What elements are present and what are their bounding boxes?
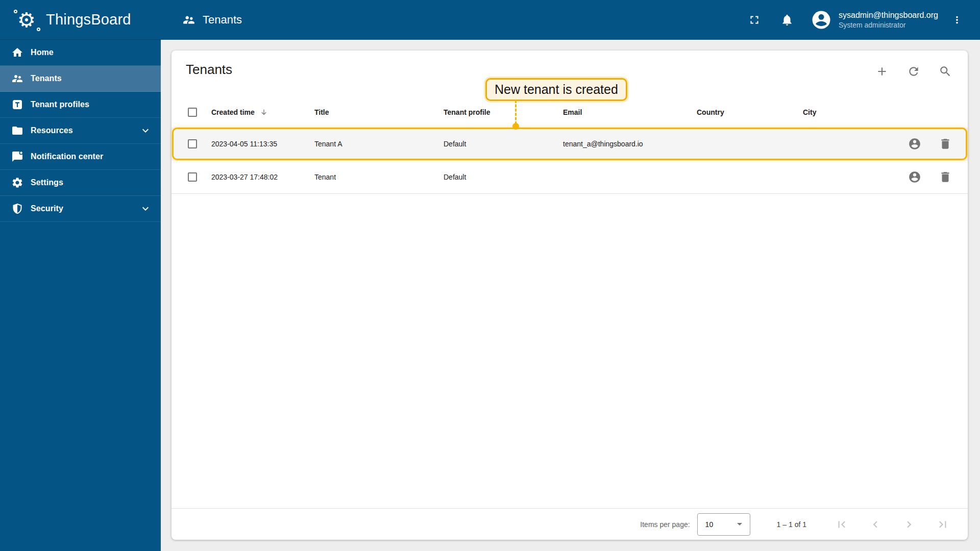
header-title[interactable]: Title xyxy=(314,108,444,116)
refresh-icon xyxy=(907,65,920,78)
manage-users-icon xyxy=(908,170,921,184)
manage-tenant-admins-button[interactable] xyxy=(908,137,921,151)
people-icon xyxy=(11,72,23,85)
sidebar-item-home[interactable]: Home xyxy=(0,40,161,66)
cell-email: tenant_a@thingsboard.io xyxy=(563,140,697,148)
fullscreen-icon xyxy=(748,13,761,27)
card-toolbar xyxy=(875,65,952,78)
next-page-button[interactable] xyxy=(902,518,916,531)
thingsboard-gear-icon: ⚙ xyxy=(14,6,41,34)
home-icon xyxy=(11,46,23,59)
app-logo[interactable]: ⚙ ThingsBoard xyxy=(0,0,161,40)
tenants-table: Created time Title Tenant profile Email … xyxy=(172,97,968,194)
delete-tenant-button[interactable] xyxy=(939,170,952,184)
content-area: Tenants Created time xyxy=(161,40,980,551)
chevron-down-icon[interactable] xyxy=(139,124,152,137)
more-menu-button[interactable] xyxy=(951,14,963,26)
row-checkbox[interactable] xyxy=(188,172,197,182)
pager-nav xyxy=(835,518,949,531)
sidebar-item-tenants[interactable]: Tenants xyxy=(0,66,161,92)
delete-icon xyxy=(939,137,952,151)
gear-icon xyxy=(11,177,23,189)
tenant-profile-icon xyxy=(11,98,23,111)
user-info: sysadmin@thingsboard.org System administ… xyxy=(839,10,938,30)
folder-icon xyxy=(11,124,23,137)
sidebar-item-resources[interactable]: Resources xyxy=(0,118,161,144)
topbar-actions: sysadmin@thingsboard.org System administ… xyxy=(748,10,963,30)
cell-created-time: 2023-04-05 11:13:35 xyxy=(211,140,314,148)
first-page-icon xyxy=(835,518,848,531)
sidebar-item-notification-center[interactable]: Notification center xyxy=(0,144,161,170)
notifications-button[interactable] xyxy=(780,13,794,27)
page-range: 1 – 1 of 1 xyxy=(777,520,806,529)
cell-tenant-profile: Default xyxy=(444,140,563,148)
topbar: Tenants sysadmin@thingsboard.org System … xyxy=(161,0,980,40)
delete-icon xyxy=(939,170,952,184)
prev-page-button[interactable] xyxy=(869,518,882,531)
user-role: System administrator xyxy=(839,20,938,30)
header-tenant-profile[interactable]: Tenant profile xyxy=(444,108,563,116)
annotation-callout: New tenant is created xyxy=(485,78,627,101)
table-row-tenant[interactable]: 2023-03-27 17:48:02 Tenant Default xyxy=(172,161,968,194)
items-per-page-value: 10 xyxy=(705,520,714,529)
fullscreen-button[interactable] xyxy=(748,13,761,27)
chevron-down-icon[interactable] xyxy=(139,203,152,215)
header-created-time[interactable]: Created time xyxy=(211,108,314,116)
last-page-icon xyxy=(936,518,949,531)
sidebar-item-settings[interactable]: Settings xyxy=(0,170,161,196)
annotation-connector-line xyxy=(515,100,517,124)
breadcrumb-label: Tenants xyxy=(203,13,242,27)
table-row-tenant-a[interactable]: 2023-04-05 11:13:35 Tenant A Default ten… xyxy=(172,128,968,161)
sidebar-item-tenant-profiles[interactable]: Tenant profiles xyxy=(0,92,161,118)
app-title: ThingsBoard xyxy=(46,11,131,28)
next-page-icon xyxy=(902,518,916,531)
row-checkbox[interactable] xyxy=(188,139,197,148)
cell-tenant-profile: Default xyxy=(444,173,563,181)
search-button[interactable] xyxy=(939,65,952,78)
add-icon xyxy=(875,65,889,78)
sidebar: ⚙ ThingsBoard Home Tenants Tenant profil… xyxy=(0,0,161,551)
paginator: Items per page: 10 1 – 1 of 1 xyxy=(172,508,968,540)
breadcrumb: Tenants xyxy=(182,13,242,27)
annotation-connector-dot xyxy=(512,123,519,130)
header-email[interactable]: Email xyxy=(563,108,697,116)
manage-users-icon xyxy=(908,137,921,151)
first-page-button[interactable] xyxy=(835,518,848,531)
select-all-cell xyxy=(172,108,211,117)
bell-icon xyxy=(780,13,794,27)
caret-down-icon xyxy=(737,523,742,525)
delete-tenant-button[interactable] xyxy=(939,137,952,151)
items-per-page-select[interactable]: 10 xyxy=(697,513,750,536)
people-icon xyxy=(182,13,195,27)
tenants-card: Tenants Created time xyxy=(172,51,968,540)
cell-title: Tenant A xyxy=(314,140,444,148)
search-icon xyxy=(939,65,952,78)
add-tenant-button[interactable] xyxy=(875,65,889,78)
table-header-row: Created time Title Tenant profile Email … xyxy=(172,97,968,128)
notification-bubble-icon xyxy=(11,151,23,163)
page-title: Tenants xyxy=(186,62,232,78)
prev-page-icon xyxy=(869,518,882,531)
items-per-page-label: Items per page: xyxy=(640,520,690,529)
header-city[interactable]: City xyxy=(803,108,874,116)
sort-desc-icon xyxy=(260,108,268,116)
select-all-checkbox[interactable] xyxy=(188,108,197,117)
refresh-button[interactable] xyxy=(907,65,920,78)
cell-created-time: 2023-03-27 17:48:02 xyxy=(211,173,314,181)
sidebar-nav: Home Tenants Tenant profiles Resources N… xyxy=(0,40,161,222)
header-country[interactable]: Country xyxy=(697,108,803,116)
shield-icon xyxy=(11,203,23,215)
user-email: sysadmin@thingsboard.org xyxy=(839,10,938,21)
sidebar-item-security[interactable]: Security xyxy=(0,196,161,222)
avatar[interactable] xyxy=(811,10,831,30)
last-page-button[interactable] xyxy=(936,518,949,531)
cell-title: Tenant xyxy=(314,173,444,181)
manage-tenant-admins-button[interactable] xyxy=(908,170,921,184)
more-vert-icon xyxy=(951,14,963,26)
